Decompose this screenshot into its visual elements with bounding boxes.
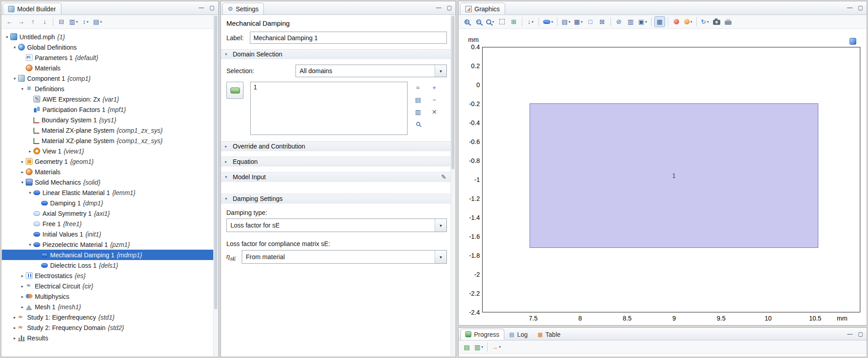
maximize-button[interactable]: ▢ (858, 5, 863, 11)
expand-icon[interactable]: ▸ (19, 159, 26, 164)
tree-item-axial-symmetry[interactable]: Axial Symmetry 1{axi1} (2, 208, 213, 219)
tab-progress[interactable]: Progress (460, 329, 504, 340)
forward-button[interactable]: → (16, 16, 27, 27)
tree-item-dielectric-loss[interactable]: Dielectric Loss 1{dels1} (2, 260, 213, 270)
plot-update-button[interactable]: ↻▾ (699, 16, 710, 27)
settings-scrollbar[interactable] (450, 15, 455, 356)
tree-options-button[interactable]: ▤▾ (92, 16, 103, 27)
go-to-grid-button[interactable]: ⊞ (508, 16, 519, 27)
snapshot-camera-button[interactable] (711, 16, 722, 27)
tree-item-parameters[interactable]: Parameters 1{default} (2, 52, 213, 63)
progress-grid-button[interactable]: ▤ (461, 342, 472, 353)
damping-type-combobox[interactable]: Loss factor for sE ▾ (226, 219, 447, 232)
tree-item-study2[interactable]: ▸Study 2: Frequency Domain{std2} (2, 322, 213, 333)
image-snapshot-button[interactable]: ▦▾ (572, 16, 584, 27)
expand-icon[interactable]: ▸ (19, 305, 26, 309)
follow-progress-button[interactable]: →▾ (490, 342, 502, 353)
expand-icon[interactable]: ▸ (19, 284, 26, 288)
tree-item-mechanical-damping[interactable]: Mechanical Damping 1{mdmp1} (2, 250, 213, 260)
copy-selection-button[interactable]: ▤ (413, 95, 423, 104)
expand-icon[interactable]: ▾ (27, 242, 33, 247)
tree-item-multiphysics[interactable]: ▸Multiphysics (2, 291, 213, 302)
section-equation[interactable]: ▸ Equation (221, 157, 450, 167)
maximize-button[interactable]: ▢ (858, 331, 863, 337)
tree-item-electrostatics[interactable]: ▸Electrostatics{es} (2, 270, 213, 281)
tree-item-solid-mechanics[interactable]: ▾Solid Mechanics{solid} (2, 177, 213, 187)
move-down-button[interactable]: ↓ (39, 16, 50, 27)
geometry-domain[interactable]: 1 (530, 103, 818, 248)
dropdown-button[interactable]: ▾ (435, 251, 446, 263)
tree-item-view[interactable]: ▸View 1{view1} (2, 146, 213, 156)
copy-image-button[interactable]: ▤▾ (560, 16, 572, 27)
tree-item-material-zx-plane[interactable]: Material ZX-plane System{comp1_zx_sys} (2, 125, 213, 135)
expand-icon[interactable]: ▸ (11, 315, 18, 320)
expand-icon[interactable]: ▸ (19, 170, 26, 174)
scrollbar-thumb[interactable] (451, 16, 455, 169)
progress-options-button[interactable]: ▥▾ (473, 342, 484, 353)
active-selection-toggle[interactable] (226, 82, 244, 99)
graphics-corner-icon[interactable] (849, 38, 856, 45)
expand-icon[interactable]: ▾ (4, 35, 10, 39)
dropdown-button[interactable]: ▾ (435, 65, 446, 77)
zoom-in-button[interactable] (461, 16, 472, 27)
collapse-all-button[interactable]: ⊟ (56, 16, 67, 27)
selection-list[interactable]: 1 (250, 82, 408, 135)
move-up-button[interactable]: ↑ (28, 16, 38, 27)
expand-icon[interactable]: ▾ (19, 87, 26, 91)
tab-graphics[interactable]: Graphics (460, 3, 505, 14)
add-to-selection-button[interactable]: + (429, 83, 439, 92)
selection-list-item[interactable]: 1 (253, 84, 404, 92)
show-options-button[interactable]: ▥▾ (68, 16, 79, 27)
section-override-contribution[interactable]: ▸ Override and Contribution (221, 141, 450, 151)
minimize-button[interactable]: — (199, 5, 204, 11)
dropdown-button[interactable]: ▾ (435, 219, 446, 232)
tree-item-results[interactable]: ▸Results (2, 333, 213, 343)
expand-icon[interactable]: ▾ (27, 191, 33, 195)
plot-area[interactable]: mm 1 0.4 0.2 0 -0.2 -0.4 -0.6 -0.8 -1 -1… (459, 29, 866, 325)
zoom-out-button[interactable] (473, 16, 484, 27)
tree-item-participation-factors[interactable]: Participation Factors 1{mpf1} (2, 104, 213, 115)
tree-item-free[interactable]: Free 1{free1} (2, 219, 213, 229)
section-model-input[interactable]: ▾ Model Input ✎ (221, 172, 450, 182)
maximize-button[interactable]: ▢ (210, 5, 215, 11)
expand-icon[interactable]: ▾ (11, 76, 18, 81)
zoom-extents-button[interactable]: ▾ (485, 16, 496, 27)
maximize-button[interactable]: ▢ (447, 5, 452, 11)
go-to-default-view-button[interactable]: ↓▾ (525, 16, 536, 27)
loss-factor-combobox[interactable]: From material ▾ (242, 250, 447, 264)
expand-icon[interactable]: ▸ (19, 274, 26, 278)
grid-toggle-button[interactable]: ▦ (654, 16, 665, 27)
scrollbar-thumb[interactable] (214, 16, 217, 309)
zoom-box-button[interactable] (497, 16, 507, 27)
expand-icon[interactable]: ▾ (11, 45, 18, 50)
tree-item-global-definitions[interactable]: ▾Global Definitions (2, 42, 213, 52)
material-rendering-button[interactable]: ▾ (683, 16, 694, 27)
transparency-button[interactable]: ▥ (625, 16, 636, 27)
tree-item-boundary-system[interactable]: Boundary System 1{sys1} (2, 115, 213, 125)
expand-icon[interactable]: ▾ (19, 180, 26, 185)
tree-item-initial-values[interactable]: Initial Values 1{init1} (2, 229, 213, 239)
tree-item-linear-elastic-material[interactable]: ▾Linear Elastic Material 1{lemm1} (2, 187, 213, 198)
expand-icon[interactable]: ▸ (11, 325, 18, 330)
zoom-to-selection-button[interactable] (413, 119, 423, 129)
tab-settings[interactable]: ⚙ Settings (222, 3, 264, 14)
tree-item-electrical-circuit[interactable]: ▸Electrical Circuit{cir} (2, 281, 213, 291)
hide-selected-button[interactable]: ⊘ (614, 16, 624, 27)
back-button[interactable]: ← (4, 16, 15, 27)
minimize-button[interactable]: — (847, 5, 853, 11)
tree-item-untitled[interactable]: ▾Untitled.mph{1} (2, 32, 213, 42)
screenshot-button[interactable]: ▣▾ (637, 16, 648, 27)
tree-item-damping[interactable]: Damping 1{dmp1} (2, 198, 213, 208)
model-builder-scrollbar[interactable] (213, 15, 218, 356)
section-domain-selection[interactable]: ▾ Domain Selection (221, 49, 450, 59)
tree-item-awe-expression[interactable]: AWE Expression: Zx{var1} (2, 94, 213, 104)
paste-selection-button[interactable]: ▥ (413, 107, 423, 116)
minimize-button[interactable]: — (847, 331, 853, 337)
deselect-all-button[interactable]: ⊠ (597, 16, 608, 27)
scene-light-button[interactable] (671, 16, 682, 27)
tree-item-materials-component[interactable]: ▸Materials (2, 167, 213, 177)
expand-icon[interactable]: ▸ (11, 336, 18, 340)
label-input[interactable] (250, 32, 447, 44)
select-all-button[interactable]: □ (585, 16, 596, 27)
edit-model-input-button[interactable]: ✎ (441, 173, 446, 181)
